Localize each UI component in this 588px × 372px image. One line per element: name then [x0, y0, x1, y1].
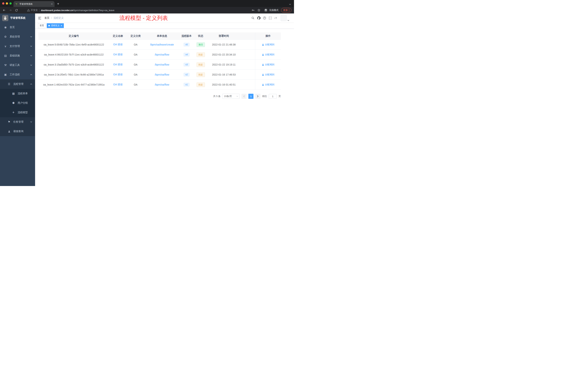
definition-id: oa_leave:4:991f2193-7b7f-11ec-a3c8-acde4… — [38, 50, 109, 59]
sidebar-item[interactable]: ✈流程模型 — [0, 108, 35, 117]
form-info-link[interactable]: /bpm/oa/flow — [155, 83, 169, 86]
form-info-link[interactable]: /bpm/oa/flow — [155, 63, 169, 66]
browser-tab-strip: 芋道管理系统 + — [0, 0, 294, 7]
forward-button[interactable] — [9, 9, 12, 12]
navbar-actions: TT — [251, 15, 289, 21]
model-icon: ✈ — [12, 111, 15, 114]
update-browser-button[interactable]: 更新 — [281, 8, 292, 12]
new-tab-button[interactable]: + — [57, 2, 59, 6]
browser-toolbar: 不安全 dashboard.yudao.iocoder.cn/bpm/manag… — [0, 7, 294, 13]
version-badge: v5 — [184, 43, 190, 46]
password-key-icon[interactable] — [252, 9, 255, 12]
svg-text:T: T — [274, 17, 275, 19]
tab-list-chevron-icon[interactable] — [289, 2, 291, 6]
definition-name-link[interactable]: OA 请假 — [113, 63, 123, 66]
table-header: 定义编号定义名称定义分类表单信息流程版本状态部署时间操作 — [38, 33, 281, 40]
chevron-up-icon — [30, 83, 32, 85]
process-manage-icon: ☰ — [7, 82, 11, 86]
form-info-link[interactable]: /bpm/oa/flow — [155, 73, 169, 76]
definition-name-link[interactable]: OA 请假 — [113, 53, 123, 56]
sidebar-item-label: 基础设施 — [10, 54, 20, 57]
assign-rule-link[interactable]: 分配规则 — [262, 53, 274, 56]
pagination: 共 5 条 10条/页 1 前往 页 — [38, 94, 281, 99]
bookmark-star-icon[interactable] — [257, 9, 261, 12]
assign-rule-link[interactable]: 分配规则 — [262, 83, 274, 86]
assign-rule-link[interactable]: 分配规则 — [262, 43, 274, 46]
sidebar-item[interactable]: ⚑任务管理 — [0, 117, 35, 127]
goto-page-input[interactable] — [269, 94, 277, 99]
definition-name-cell: OA 请假 — [109, 80, 126, 89]
page-number-button[interactable]: 1 — [248, 94, 253, 99]
back-button[interactable] — [2, 9, 6, 12]
table-row: oa_leave:5:004b710b-7b8a-11ec-8ef0-acde4… — [38, 40, 281, 50]
zoom-window-button[interactable] — [10, 2, 12, 5]
fullscreen-icon[interactable] — [269, 16, 272, 20]
infra-icon: ▤ — [4, 54, 7, 57]
prev-page-button[interactable] — [242, 94, 247, 99]
tag-close-icon[interactable] — [61, 25, 62, 26]
sidebar-item[interactable]: ¥支付管理 — [0, 42, 35, 51]
breadcrumb-home[interactable]: 首页 — [44, 16, 50, 20]
url-domain: dashboard.yudao.iocoder.cn — [41, 9, 73, 12]
yen-icon: ¥ — [4, 45, 7, 48]
tab-close-icon[interactable] — [51, 3, 53, 5]
assign-rule-link[interactable]: 分配规则 — [262, 73, 274, 76]
next-page-button[interactable] — [255, 94, 260, 99]
sidebar-item[interactable]: ⚒研发工具 — [0, 60, 35, 70]
sidebar-item[interactable]: ⚙系统管理 — [0, 32, 35, 42]
logo-title: 芋道管理系统 — [10, 16, 25, 20]
sidebar-item[interactable]: ☰流程管理 — [0, 79, 35, 89]
address-bar[interactable]: 不安全 dashboard.yudao.iocoder.cn/bpm/manag… — [27, 9, 252, 12]
sidebar-item[interactable]: ◉首页 — [0, 22, 35, 32]
user-group-icon: ⚉ — [12, 101, 15, 105]
page-size-select[interactable]: 10条/页 — [222, 94, 240, 99]
avatar-menu[interactable] — [281, 15, 289, 21]
sidebar-item-label: 流程表单 — [18, 92, 28, 95]
search-icon[interactable] — [251, 16, 254, 20]
tag-active[interactable]: 流程定义 — [47, 23, 64, 28]
goto-label: 前往 — [262, 95, 267, 98]
select-caret-icon — [236, 96, 238, 97]
hamburger-icon[interactable] — [38, 17, 42, 20]
tag-item[interactable]: 首页 — [38, 23, 46, 28]
form-info-cell: /bpm/oa/flow — [145, 80, 179, 89]
sidebar-logo[interactable]: 芋道管理系统 — [0, 13, 35, 22]
form-info-link[interactable]: /bpm/oa/leave/create — [150, 43, 174, 46]
deploy-time: 2022-01-22 19:19:11 — [208, 60, 240, 69]
form-info-link[interactable]: /bpm/oa/flow — [155, 53, 169, 56]
reload-button[interactable] — [15, 9, 18, 12]
definition-name-link[interactable]: OA 请假 — [113, 83, 123, 86]
github-icon[interactable] — [257, 16, 261, 20]
sidebar: 芋道管理系统 ◉首页⚙系统管理¥支付管理▤基础设施⚒研发工具▣工作流程☰流程管理… — [0, 13, 35, 186]
workflow-icon: ▣ — [4, 73, 7, 76]
sidebar-item[interactable]: ⚉用户分组 — [0, 98, 35, 108]
browser-tab[interactable]: 芋道管理系统 — [13, 1, 54, 7]
close-window-button[interactable] — [2, 2, 4, 5]
chevron-down-icon — [287, 20, 289, 21]
site-security-chip[interactable]: 不安全 — [27, 9, 38, 12]
sidebar-menu: ◉首页⚙系统管理¥支付管理▤基础设施⚒研发工具▣工作流程☰流程管理▦流程表单⚉用… — [0, 22, 35, 136]
sidebar-item[interactable]: ▦流程表单 — [0, 89, 35, 98]
sidebar-item-label: 系统管理 — [10, 35, 20, 38]
security-label: 不安全 — [31, 9, 38, 12]
font-size-icon[interactable]: TT — [274, 16, 278, 20]
spacer — [240, 50, 255, 59]
spacer — [240, 70, 255, 79]
definition-name-link[interactable]: OA 请假 — [113, 73, 123, 76]
minimize-window-button[interactable] — [6, 2, 8, 5]
url-path: /bpm/manager/definition?key=oa_leave — [73, 9, 114, 12]
sidebar-item[interactable]: ▣工作流程 — [0, 70, 35, 79]
status-badge: 挂起 — [197, 52, 205, 57]
definition-category: OA — [126, 70, 145, 79]
assign-rule-link[interactable]: 分配规则 — [262, 63, 274, 66]
sidebar-item[interactable]: ▤基础设施 — [0, 51, 35, 60]
spacer — [240, 60, 255, 69]
table-row: oa_leave:1:482ec033-762a-11ec-8477-a2380… — [38, 80, 281, 90]
help-icon[interactable] — [263, 16, 266, 20]
chevron-up-icon — [30, 74, 32, 75]
incognito-icon — [264, 8, 268, 12]
incognito-badge[interactable]: 无痕模式 — [264, 8, 279, 12]
sidebar-item[interactable]: 请假查询 — [0, 127, 35, 136]
toolbar-actions: 无痕模式 更新 — [252, 8, 292, 12]
definition-name-link[interactable]: OA 请假 — [113, 43, 123, 46]
